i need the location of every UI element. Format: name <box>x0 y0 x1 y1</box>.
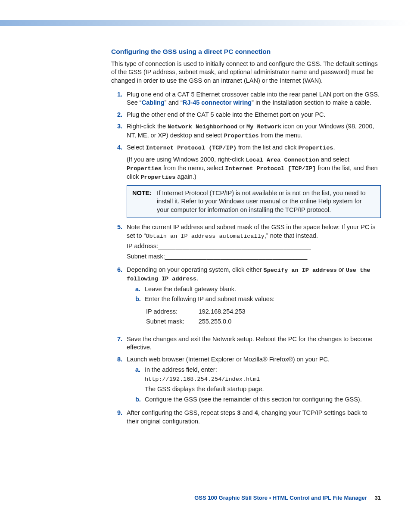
text: Select <box>127 144 146 151</box>
text: ,” note that instead. <box>265 232 318 239</box>
step-body: Depending on your operating system, clic… <box>127 266 381 332</box>
footer-title: GSS 100 Graphic Still Store • HTML Contr… <box>194 495 367 501</box>
text: again.) <box>175 173 196 180</box>
note-text: If Internet Protocol (TCP/IP) is not ava… <box>157 189 375 215</box>
sub-text: Configure the GSS (see the remainder of … <box>145 395 362 404</box>
note-label: NOTE: <box>132 189 157 215</box>
sub-letter: a. <box>135 285 145 294</box>
text: After configuring the GSS, repeat steps <box>127 409 237 416</box>
table-row: Subnet mask:255.255.0.0 <box>146 317 258 327</box>
section-heading: Configuring the GSS using a direct PC co… <box>111 47 381 56</box>
note-box: NOTE: If Internet Protocol (TCP/IP) is n… <box>127 185 381 218</box>
text: The GSS displays the default startup pag… <box>145 385 381 394</box>
text: Depending on your operating system, clic… <box>127 266 264 273</box>
step-body: Plug one end of a CAT 5 Ethernet crossov… <box>127 90 381 107</box>
step-number: 6. <box>111 266 127 332</box>
url-text: http://192.168.254.254/index.html <box>145 376 381 383</box>
link-cabling[interactable]: Cabling <box>142 99 165 106</box>
step-number: 7. <box>111 335 127 352</box>
step-body: Note the current IP address and subnet m… <box>127 223 381 262</box>
text: from the menu. <box>259 132 303 139</box>
ref-step-4: 4 <box>255 409 258 416</box>
intro-paragraph: This type of connection is used to initi… <box>111 60 381 85</box>
text: or <box>237 123 246 130</box>
page-content: Configuring the GSS using a direct PC co… <box>111 47 381 429</box>
step-body: Save the changes and exit the Network se… <box>127 335 381 352</box>
subnet-mask-blank: Subnet mask:____________________________… <box>127 252 381 261</box>
step-9: 9. After configuring the GSS, repeat ste… <box>111 409 381 426</box>
ui-label: Specify an IP address <box>264 267 337 274</box>
step-4: 4. Select Internet Protocol (TCP/IP) fro… <box>111 143 381 182</box>
step-6: 6. Depending on your operating system, c… <box>111 266 381 332</box>
table-row: IP address:192.168.254.253 <box>146 307 258 317</box>
text: ” in the Installation section to make a … <box>252 99 371 106</box>
text: Launch web browser (Internet Explorer or… <box>127 355 381 364</box>
substep-8b: b. Configure the GSS (see the remainder … <box>135 395 381 404</box>
ui-label: Properties <box>140 174 175 180</box>
page-number: 31 <box>369 495 381 501</box>
text: Enter the following IP and subnet mask v… <box>145 295 381 304</box>
ui-label: Properties <box>224 133 259 139</box>
sub-letter: b. <box>135 295 145 330</box>
step-2: 2. Plug the other end of the CAT 5 cable… <box>111 111 381 119</box>
ui-label: Local Area Connection <box>246 157 319 163</box>
substep-6b: b. Enter the following IP and subnet mas… <box>135 295 381 330</box>
step-body: Plug the other end of the CAT 5 cable in… <box>127 111 381 119</box>
step-5: 5. Note the current IP address and subne… <box>111 223 381 262</box>
step-number: 4. <box>111 143 127 182</box>
ui-label: Internet Protocol (TCP/IP) <box>146 145 237 151</box>
text: and <box>240 409 254 416</box>
text: from the list and click <box>237 144 298 151</box>
step-body: Select Internet Protocol (TCP/IP) from t… <box>127 143 381 182</box>
ui-label: Properties <box>298 145 333 151</box>
ip-values-table: IP address:192.168.254.253 Subnet mask:2… <box>145 306 259 327</box>
step-number: 9. <box>111 409 127 426</box>
substep-6a: a. Leave the default gateway blank. <box>135 285 381 294</box>
step-number: 3. <box>111 122 127 140</box>
sub-letter: b. <box>135 395 145 404</box>
step-3: 3. Right-click the Network Neighborhood … <box>111 122 381 140</box>
ui-label: Properties <box>127 165 162 172</box>
step-7: 7. Save the changes and exit the Network… <box>111 335 381 352</box>
ui-label: Network Neighborhood <box>168 124 237 130</box>
text: from the menu, select <box>162 165 225 171</box>
step-number: 2. <box>111 111 127 119</box>
text: . <box>333 144 335 151</box>
ui-label: Obtain an IP address automatically <box>146 233 264 240</box>
step-number: 5. <box>111 223 127 262</box>
text: ” and “ <box>165 99 183 106</box>
sub-text: Enter the following IP and subnet mask v… <box>145 295 381 330</box>
link-rj45-wiring[interactable]: RJ-45 connector wiring <box>183 99 252 106</box>
text: and select <box>319 156 349 163</box>
text: . <box>196 275 198 282</box>
header-gradient <box>0 20 411 26</box>
sub-text: In the address field, enter: http://192.… <box>145 366 381 394</box>
ip-address-blank: IP address:_____________________________… <box>127 242 381 251</box>
text: Right-click the <box>127 123 168 130</box>
page-footer: GSS 100 Graphic Still Store • HTML Contr… <box>194 495 381 501</box>
ip-value: 192.168.254.253 <box>198 307 258 317</box>
mask-label: Subnet mask: <box>146 317 197 327</box>
ui-label: Internet Protocol [TCP/IP] <box>225 165 316 172</box>
sub-text: Leave the default gateway blank. <box>145 285 236 294</box>
mask-value: 255.255.0.0 <box>198 317 258 327</box>
text: In the address field, enter: <box>145 366 381 374</box>
step-number: 1. <box>111 90 127 107</box>
step-number: 8. <box>111 355 127 405</box>
ip-label: IP address: <box>146 307 197 317</box>
step-8: 8. Launch web browser (Internet Explorer… <box>111 355 381 405</box>
sub-letter: a. <box>135 366 145 394</box>
step-body: Right-click the Network Neighborhood or … <box>127 122 381 140</box>
ui-label: My Network <box>246 124 281 130</box>
step-body: After configuring the GSS, repeat steps … <box>127 409 381 426</box>
text: or <box>337 266 346 273</box>
step-body: Launch web browser (Internet Explorer or… <box>127 355 381 405</box>
substep-8a: a. In the address field, enter: http://1… <box>135 366 381 394</box>
step-1: 1. Plug one end of a CAT 5 Ethernet cros… <box>111 90 381 107</box>
text: (If you are using Windows 2000, right-cl… <box>127 156 246 163</box>
